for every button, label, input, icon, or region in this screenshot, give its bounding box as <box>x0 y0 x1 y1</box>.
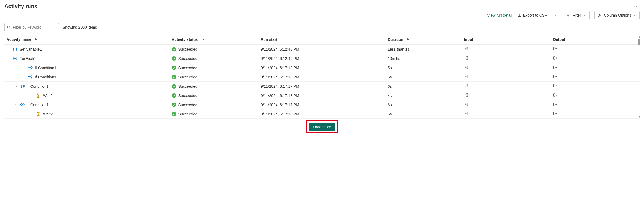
status-text: Succeeded <box>178 84 197 89</box>
export-csv-label: Export to CSV <box>523 13 547 17</box>
svg-rect-26 <box>20 85 22 87</box>
svg-line-4 <box>10 28 10 29</box>
foreach-icon <box>13 56 17 61</box>
scroll-thumb[interactable] <box>638 39 640 45</box>
page-title: Activity runs <box>4 3 37 10</box>
load-more-highlight: Load more <box>306 120 338 133</box>
svg-rect-19 <box>28 76 30 77</box>
expander-icon[interactable] <box>14 85 18 88</box>
duration: 6s <box>386 82 462 91</box>
load-more-button[interactable]: Load more <box>309 123 335 131</box>
success-icon <box>172 47 176 51</box>
sort-icon <box>35 38 38 41</box>
svg-rect-27 <box>23 85 25 87</box>
col-output[interactable]: Output <box>551 35 640 45</box>
activity-name: If Condition1 <box>35 75 56 79</box>
output-icon[interactable] <box>553 111 557 116</box>
col-output-label: Output <box>553 37 565 42</box>
sort-icon <box>281 38 284 41</box>
svg-rect-36 <box>23 103 25 105</box>
activity-runs-table: Activity name Activity status Run start … <box>4 35 640 119</box>
col-activity-status[interactable]: Activity status <box>170 35 259 45</box>
search-box[interactable] <box>4 23 59 31</box>
column-options-button[interactable]: Column Options <box>594 11 640 19</box>
output-icon[interactable] <box>553 47 557 51</box>
input-icon[interactable] <box>464 102 468 106</box>
svg-rect-13 <box>30 66 32 68</box>
expander-icon[interactable] <box>7 57 10 60</box>
chevron-down-icon <box>633 14 636 17</box>
success-icon <box>172 93 176 98</box>
scroll-up-icon[interactable]: ▲ <box>638 36 641 38</box>
input-icon[interactable] <box>464 93 468 97</box>
status-text: Succeeded <box>178 103 197 107</box>
success-icon <box>172 75 176 79</box>
status-text: Succeeded <box>178 47 197 51</box>
input-icon[interactable] <box>464 74 468 79</box>
table-row[interactable]: Wait2Succeeded9/11/2024, 6:17:18 PM4s <box>4 91 640 100</box>
duration: 10m 5s <box>386 54 462 63</box>
col-status-label: Activity status <box>172 37 198 42</box>
expander-icon[interactable] <box>14 103 18 106</box>
duration: 5s <box>386 109 462 119</box>
table-row[interactable]: xSet variable1Succeeded9/11/2024, 6:12:4… <box>4 45 640 54</box>
duration: 5s <box>386 63 462 72</box>
ifcond-icon <box>20 102 25 107</box>
table-row[interactable]: ForEach1Succeeded9/11/2024, 6:12:49 PM10… <box>4 54 640 63</box>
collapse-panel-icon[interactable] <box>634 4 640 10</box>
item-count: Showing 2000 items <box>63 25 97 29</box>
output-icon[interactable] <box>553 93 557 97</box>
table-row[interactable]: If Condition1Succeeded9/11/2024, 6:17:17… <box>4 100 640 109</box>
export-dropdown-icon[interactable] <box>553 13 558 17</box>
success-icon <box>172 66 176 70</box>
output-icon[interactable] <box>553 102 557 106</box>
duration: Less than 1s <box>386 45 462 54</box>
table-row[interactable]: If Condition1Succeeded9/11/2024, 6:17:18… <box>4 72 640 82</box>
activity-name: Set variable1 <box>20 47 42 51</box>
col-duration[interactable]: Duration <box>386 35 462 45</box>
input-icon[interactable] <box>464 47 468 51</box>
col-input-label: Input <box>464 37 473 42</box>
scroll-down-icon[interactable]: ▼ <box>638 115 641 118</box>
run-start: 9/11/2024, 6:12:48 PM <box>258 45 386 54</box>
input-icon[interactable] <box>464 65 468 69</box>
output-icon[interactable] <box>553 56 557 60</box>
input-icon[interactable] <box>464 111 468 116</box>
col-activity-name[interactable]: Activity name <box>4 35 170 45</box>
search-input[interactable] <box>12 25 56 30</box>
filter-label: Filter <box>572 13 581 17</box>
status-text: Succeeded <box>178 112 197 116</box>
success-icon <box>172 84 176 89</box>
table-row[interactable]: Wait2Succeeded9/11/2024, 6:17:18 PM5s <box>4 109 640 119</box>
view-run-detail-link[interactable]: View run detail <box>487 13 512 17</box>
run-start: 9/11/2024, 6:12:49 PM <box>258 54 386 63</box>
table-row[interactable]: If Condition1Succeeded9/11/2024, 6:17:17… <box>4 82 640 91</box>
ifcond-icon <box>28 75 33 80</box>
run-start: 9/11/2024, 6:17:17 PM <box>258 100 386 109</box>
col-run-start[interactable]: Run start <box>258 35 386 45</box>
activity-name: If Condition1 <box>27 84 49 89</box>
output-icon[interactable] <box>553 84 557 88</box>
run-start: 9/11/2024, 6:17:18 PM <box>258 63 386 72</box>
success-icon <box>172 56 176 61</box>
ifcond-icon <box>20 84 25 89</box>
col-start-label: Run start <box>261 37 277 42</box>
sort-icon <box>201 38 204 41</box>
output-icon[interactable] <box>553 74 557 79</box>
input-icon[interactable] <box>464 56 468 60</box>
wait-icon <box>36 112 41 117</box>
column-options-label: Column Options <box>604 13 631 17</box>
status-text: Succeeded <box>178 93 197 98</box>
status-text: Succeeded <box>178 66 197 70</box>
col-duration-label: Duration <box>388 37 404 42</box>
output-icon[interactable] <box>553 65 557 69</box>
input-icon[interactable] <box>464 84 468 88</box>
scrollbar[interactable]: ▲ ▼ <box>638 36 641 118</box>
col-input[interactable]: Input <box>462 35 551 45</box>
table-row[interactable]: If Condition1Succeeded9/11/2024, 6:17:18… <box>4 63 640 72</box>
activity-name: If Condition1 <box>27 103 49 107</box>
filter-button[interactable]: Filter <box>563 11 589 19</box>
activity-name: Wait2 <box>43 93 53 98</box>
wait-icon <box>36 93 41 98</box>
export-csv-button[interactable]: Export to CSV <box>517 12 548 19</box>
